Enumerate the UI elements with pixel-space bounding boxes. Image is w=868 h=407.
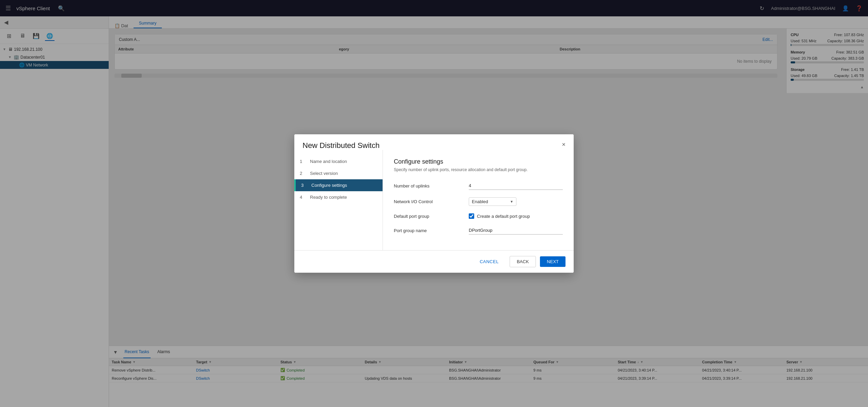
label-portgroup: Default port group	[394, 214, 469, 219]
wizard-step-wrapper-3: 3 Configure settings	[294, 179, 383, 191]
select-nio-value: Enabled	[472, 199, 510, 204]
cancel-button[interactable]: CANCEL	[473, 256, 506, 267]
control-nio: Enabled ▼	[469, 197, 563, 206]
input-uplinks[interactable]	[469, 182, 563, 190]
wizard-step-wrapper-4: 4 Ready to complete	[294, 191, 383, 203]
form-row-uplinks: Number of uplinks	[394, 182, 563, 190]
step-label-1: Name and location	[310, 159, 347, 164]
select-nio[interactable]: Enabled ▼	[469, 197, 516, 206]
modal-close-button[interactable]: ×	[562, 141, 565, 148]
form-row-nio: Network I/O Control Enabled ▼	[394, 197, 563, 206]
input-pg-name[interactable]	[469, 226, 563, 235]
control-portgroup: Create a default port group	[469, 213, 563, 219]
label-nio: Network I/O Control	[394, 199, 469, 204]
modal-title: New Distributed Switch	[303, 141, 379, 150]
step-num-4: 4	[300, 195, 307, 200]
wizard-steps: 1 Name and location 2 Select version 3 C…	[294, 150, 383, 250]
step-label-2: Select version	[310, 171, 338, 176]
control-uplinks	[469, 182, 563, 190]
modal-body: 1 Name and location 2 Select version 3 C…	[294, 150, 574, 250]
form-row-pg-name: Port group name	[394, 226, 563, 235]
wizard-step-wrapper-1: 1 Name and location	[294, 155, 383, 167]
chevron-down-icon: ▼	[510, 200, 513, 204]
wizard-step-4[interactable]: 4 Ready to complete	[294, 191, 383, 203]
wizard-step-3[interactable]: 3 Configure settings	[296, 179, 383, 191]
form-row-portgroup: Default port group Create a default port…	[394, 213, 563, 219]
control-pg-name	[469, 226, 563, 235]
wizard-step-2[interactable]: 2 Select version	[294, 167, 383, 179]
step-num-2: 2	[300, 171, 307, 176]
step-num-3: 3	[301, 183, 308, 188]
modal-footer: CANCEL BACK NEXT	[294, 250, 574, 273]
back-button[interactable]: BACK	[510, 256, 536, 267]
label-uplinks: Number of uplinks	[394, 183, 469, 189]
configure-panel-subtitle: Specify number of uplink ports, resource…	[394, 167, 563, 172]
modal-title-bar: New Distributed Switch ×	[294, 134, 574, 150]
configure-panel: Configure settings Specify number of upl…	[383, 150, 574, 250]
checkbox-row: Create a default port group	[469, 213, 563, 219]
step-label-3: Configure settings	[311, 183, 347, 188]
wizard-step-wrapper-2: 2 Select version	[294, 167, 383, 179]
label-pg-name: Port group name	[394, 228, 469, 233]
step-num-1: 1	[300, 159, 307, 164]
wizard-step-1[interactable]: 1 Name and location	[294, 155, 383, 167]
modal-container: New Distributed Switch × 1 Name and loca…	[294, 134, 574, 273]
checkbox-default-portgroup[interactable]	[469, 213, 474, 219]
checkbox-label: Create a default port group	[477, 214, 530, 219]
modal-backdrop: New Distributed Switch × 1 Name and loca…	[0, 0, 868, 407]
configure-panel-title: Configure settings	[394, 158, 563, 165]
next-button[interactable]: NEXT	[540, 256, 565, 267]
step-label-4: Ready to complete	[310, 195, 347, 200]
